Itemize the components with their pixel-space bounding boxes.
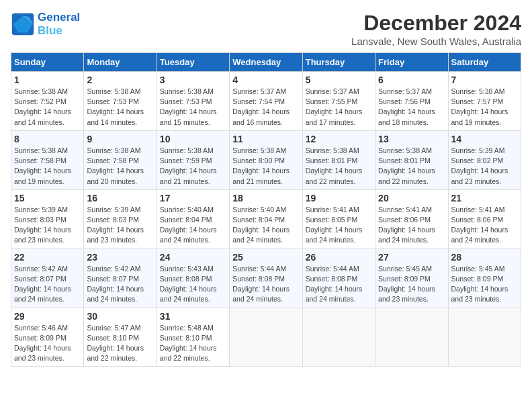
day-number: 14 bbox=[451, 134, 518, 144]
day-number: 20 bbox=[378, 193, 445, 203]
day-info: Sunrise: 5:37 AMSunset: 7:55 PMDaylight:… bbox=[306, 87, 372, 128]
day-number: 18 bbox=[232, 193, 299, 203]
day-info: Sunrise: 5:44 AMSunset: 8:08 PMDaylight:… bbox=[306, 264, 372, 305]
day-info: Sunrise: 5:41 AMSunset: 8:06 PMDaylight:… bbox=[451, 205, 518, 246]
day-number: 28 bbox=[451, 252, 518, 263]
calendar-cell: 8Sunrise: 5:38 AMSunset: 7:58 PMDaylight… bbox=[11, 130, 84, 189]
calendar-cell: 24Sunrise: 5:43 AMSunset: 8:08 PMDayligh… bbox=[157, 248, 229, 308]
day-number: 16 bbox=[87, 193, 153, 203]
calendar-cell: 25Sunrise: 5:44 AMSunset: 8:08 PMDayligh… bbox=[230, 248, 302, 308]
day-number: 12 bbox=[306, 134, 372, 144]
day-info: Sunrise: 5:39 AMSunset: 8:02 PMDaylight:… bbox=[451, 146, 518, 187]
calendar-cell: 11Sunrise: 5:38 AMSunset: 8:00 PMDayligh… bbox=[230, 130, 302, 189]
calendar-cell: 9Sunrise: 5:38 AMSunset: 7:58 PMDaylight… bbox=[84, 130, 157, 189]
day-number: 7 bbox=[451, 75, 518, 85]
day-info: Sunrise: 5:47 AMSunset: 8:10 PMDaylight:… bbox=[87, 323, 153, 364]
day-info: Sunrise: 5:38 AMSunset: 7:59 PMDaylight:… bbox=[160, 146, 226, 187]
day-info: Sunrise: 5:38 AMSunset: 8:01 PMDaylight:… bbox=[378, 146, 445, 187]
calendar-cell: 14Sunrise: 5:39 AMSunset: 8:02 PMDayligh… bbox=[448, 130, 521, 189]
day-info: Sunrise: 5:48 AMSunset: 8:10 PMDaylight:… bbox=[160, 323, 226, 364]
col-friday: Friday bbox=[375, 53, 448, 72]
day-info: Sunrise: 5:39 AMSunset: 8:03 PMDaylight:… bbox=[14, 205, 81, 246]
day-info: Sunrise: 5:37 AMSunset: 7:56 PMDaylight:… bbox=[378, 87, 445, 128]
calendar-week-row: 8Sunrise: 5:38 AMSunset: 7:58 PMDaylight… bbox=[11, 130, 521, 189]
calendar-cell bbox=[230, 308, 302, 367]
calendar-week-row: 1Sunrise: 5:38 AMSunset: 7:52 PMDaylight… bbox=[11, 72, 521, 131]
day-number: 27 bbox=[378, 252, 445, 263]
col-thursday: Thursday bbox=[302, 53, 375, 72]
day-number: 1 bbox=[14, 75, 81, 85]
day-info: Sunrise: 5:46 AMSunset: 8:09 PMDaylight:… bbox=[14, 323, 81, 364]
calendar-cell bbox=[448, 308, 521, 367]
logo-icon bbox=[11, 12, 35, 36]
day-number: 31 bbox=[160, 311, 226, 322]
calendar-week-row: 15Sunrise: 5:39 AMSunset: 8:03 PMDayligh… bbox=[11, 189, 521, 248]
day-number: 17 bbox=[160, 193, 226, 203]
col-wednesday: Wednesday bbox=[230, 53, 302, 72]
calendar-cell: 18Sunrise: 5:40 AMSunset: 8:04 PMDayligh… bbox=[230, 189, 302, 248]
calendar-cell: 4Sunrise: 5:37 AMSunset: 7:54 PMDaylight… bbox=[230, 72, 302, 131]
day-info: Sunrise: 5:38 AMSunset: 8:00 PMDaylight:… bbox=[232, 146, 299, 187]
day-info: Sunrise: 5:45 AMSunset: 8:09 PMDaylight:… bbox=[451, 264, 518, 305]
day-number: 11 bbox=[232, 134, 299, 144]
logo: General Blue bbox=[11, 11, 80, 37]
day-info: Sunrise: 5:45 AMSunset: 8:09 PMDaylight:… bbox=[378, 264, 445, 305]
page-header: General Blue December 2024 Lansvale, New… bbox=[11, 11, 521, 47]
day-info: Sunrise: 5:40 AMSunset: 8:04 PMDaylight:… bbox=[160, 205, 226, 246]
month-title: December 2024 bbox=[351, 11, 521, 36]
calendar-cell: 1Sunrise: 5:38 AMSunset: 7:52 PMDaylight… bbox=[11, 72, 84, 131]
calendar-cell: 13Sunrise: 5:38 AMSunset: 8:01 PMDayligh… bbox=[375, 130, 448, 189]
calendar-cell: 15Sunrise: 5:39 AMSunset: 8:03 PMDayligh… bbox=[11, 189, 84, 248]
calendar-table: Sunday Monday Tuesday Wednesday Thursday… bbox=[11, 52, 521, 367]
day-number: 26 bbox=[306, 252, 372, 263]
calendar-cell: 19Sunrise: 5:41 AMSunset: 8:05 PMDayligh… bbox=[302, 189, 375, 248]
calendar-cell: 2Sunrise: 5:38 AMSunset: 7:53 PMDaylight… bbox=[84, 72, 157, 131]
day-info: Sunrise: 5:38 AMSunset: 7:58 PMDaylight:… bbox=[87, 146, 153, 187]
day-number: 21 bbox=[451, 193, 518, 203]
col-saturday: Saturday bbox=[448, 53, 521, 72]
calendar-cell: 6Sunrise: 5:37 AMSunset: 7:56 PMDaylight… bbox=[375, 72, 448, 131]
day-number: 15 bbox=[14, 193, 81, 203]
day-number: 5 bbox=[306, 75, 372, 85]
day-number: 25 bbox=[232, 252, 299, 263]
calendar-cell: 10Sunrise: 5:38 AMSunset: 7:59 PMDayligh… bbox=[157, 130, 229, 189]
day-info: Sunrise: 5:44 AMSunset: 8:08 PMDaylight:… bbox=[232, 264, 299, 305]
calendar-cell: 31Sunrise: 5:48 AMSunset: 8:10 PMDayligh… bbox=[157, 308, 229, 367]
calendar-week-row: 22Sunrise: 5:42 AMSunset: 8:07 PMDayligh… bbox=[11, 248, 521, 308]
calendar-cell: 17Sunrise: 5:40 AMSunset: 8:04 PMDayligh… bbox=[157, 189, 229, 248]
day-number: 8 bbox=[14, 134, 81, 144]
col-tuesday: Tuesday bbox=[157, 53, 229, 72]
calendar-header-row: Sunday Monday Tuesday Wednesday Thursday… bbox=[11, 53, 521, 72]
day-number: 19 bbox=[306, 193, 372, 203]
calendar-week-row: 29Sunrise: 5:46 AMSunset: 8:09 PMDayligh… bbox=[11, 308, 521, 367]
day-info: Sunrise: 5:38 AMSunset: 7:57 PMDaylight:… bbox=[451, 87, 518, 128]
day-number: 23 bbox=[87, 252, 153, 263]
day-number: 6 bbox=[378, 75, 445, 85]
calendar-cell bbox=[375, 308, 448, 367]
calendar-cell: 20Sunrise: 5:41 AMSunset: 8:06 PMDayligh… bbox=[375, 189, 448, 248]
day-info: Sunrise: 5:41 AMSunset: 8:06 PMDaylight:… bbox=[378, 205, 445, 246]
day-info: Sunrise: 5:39 AMSunset: 8:03 PMDaylight:… bbox=[87, 205, 153, 246]
calendar-cell: 28Sunrise: 5:45 AMSunset: 8:09 PMDayligh… bbox=[448, 248, 521, 308]
day-info: Sunrise: 5:41 AMSunset: 8:05 PMDaylight:… bbox=[306, 205, 372, 246]
day-info: Sunrise: 5:38 AMSunset: 8:01 PMDaylight:… bbox=[306, 146, 372, 187]
calendar-cell: 23Sunrise: 5:42 AMSunset: 8:07 PMDayligh… bbox=[84, 248, 157, 308]
day-number: 9 bbox=[87, 134, 153, 144]
calendar-cell: 27Sunrise: 5:45 AMSunset: 8:09 PMDayligh… bbox=[375, 248, 448, 308]
title-section: December 2024 Lansvale, New South Wales,… bbox=[351, 11, 521, 47]
calendar-cell bbox=[302, 308, 375, 367]
day-info: Sunrise: 5:38 AMSunset: 7:53 PMDaylight:… bbox=[87, 87, 153, 128]
day-info: Sunrise: 5:38 AMSunset: 7:52 PMDaylight:… bbox=[14, 87, 81, 128]
calendar-cell: 22Sunrise: 5:42 AMSunset: 8:07 PMDayligh… bbox=[11, 248, 84, 308]
calendar-cell: 7Sunrise: 5:38 AMSunset: 7:57 PMDaylight… bbox=[448, 72, 521, 131]
col-sunday: Sunday bbox=[11, 53, 84, 72]
day-number: 10 bbox=[160, 134, 226, 144]
day-number: 29 bbox=[14, 311, 81, 322]
day-number: 3 bbox=[160, 75, 226, 85]
calendar-cell: 16Sunrise: 5:39 AMSunset: 8:03 PMDayligh… bbox=[84, 189, 157, 248]
calendar-cell: 3Sunrise: 5:38 AMSunset: 7:53 PMDaylight… bbox=[157, 72, 229, 131]
calendar-cell: 12Sunrise: 5:38 AMSunset: 8:01 PMDayligh… bbox=[302, 130, 375, 189]
day-number: 2 bbox=[87, 75, 153, 85]
day-number: 13 bbox=[378, 134, 445, 144]
calendar-cell: 26Sunrise: 5:44 AMSunset: 8:08 PMDayligh… bbox=[302, 248, 375, 308]
